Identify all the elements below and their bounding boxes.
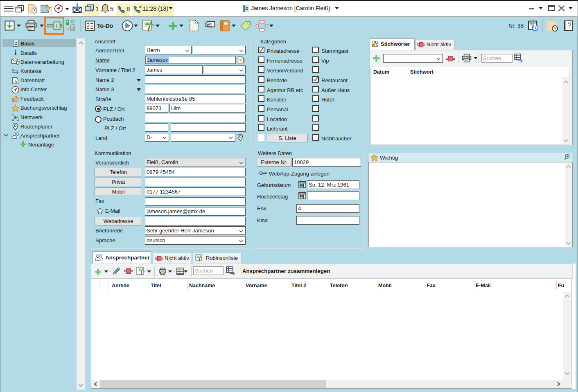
svg-text:?: ? — [239, 58, 242, 62]
svg-text:i: i — [15, 49, 17, 56]
